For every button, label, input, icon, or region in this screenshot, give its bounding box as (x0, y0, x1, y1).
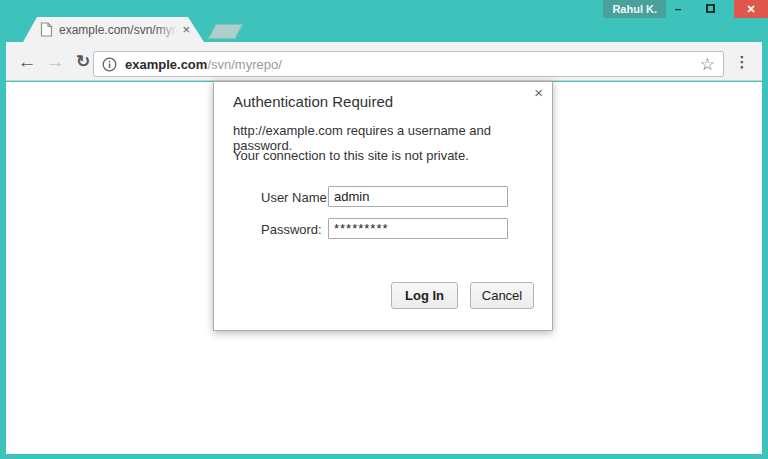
username-label: User Name: (261, 190, 330, 205)
back-button[interactable]: ← (14, 42, 40, 81)
url-domain: example.com (125, 57, 207, 72)
password-label: Password: (261, 222, 322, 237)
new-tab-button[interactable] (208, 24, 243, 39)
minimize-icon: – (675, 2, 682, 16)
browser-toolbar: ← → ↻ example.com/svn/myrepo/ ☆ ⋮ (6, 42, 762, 81)
back-icon: ← (18, 51, 37, 73)
tab-close-icon[interactable]: × (182, 23, 190, 36)
window-close-icon: ✕ (746, 3, 755, 15)
window-maximize-button[interactable] (696, 0, 724, 18)
username-input[interactable] (328, 186, 508, 207)
auth-dialog: × Authentication Required http://example… (213, 81, 553, 331)
window-close-button[interactable]: ✕ (734, 0, 768, 18)
tab-title: example.com/svn/myrepo (59, 23, 178, 37)
window-minimize-button[interactable]: – (664, 0, 692, 18)
maximize-icon (706, 4, 715, 13)
info-icon[interactable] (102, 57, 117, 72)
bookmark-star-icon[interactable]: ☆ (700, 56, 715, 73)
profile-badge[interactable]: Rahul K. (603, 0, 666, 18)
dialog-title: Authentication Required (233, 93, 393, 110)
chrome-menu-button[interactable]: ⋮ (728, 42, 756, 81)
browser-window: Rahul K. – ✕ example.com/svn/myrepo × ← … (0, 0, 768, 459)
password-input[interactable] (328, 218, 508, 239)
log-in-button[interactable]: Log In (391, 282, 458, 309)
address-bar[interactable]: example.com/svn/myrepo/ ☆ (93, 51, 724, 77)
url-path: /svn/myrepo/ (207, 57, 281, 72)
page-icon (40, 22, 53, 37)
forward-button[interactable]: → (42, 42, 68, 81)
browser-tab[interactable]: example.com/svn/myrepo × (23, 17, 204, 42)
reload-icon: ↻ (76, 51, 90, 72)
dialog-message-line2: Your connection to this site is not priv… (233, 148, 469, 163)
cancel-button[interactable]: Cancel (470, 282, 534, 309)
url-text[interactable]: example.com/svn/myrepo/ (125, 57, 694, 72)
dialog-close-icon[interactable]: × (534, 85, 543, 100)
tab-title-fade (156, 23, 178, 37)
forward-icon: → (46, 51, 65, 73)
vertical-dots-icon: ⋮ (735, 53, 750, 71)
